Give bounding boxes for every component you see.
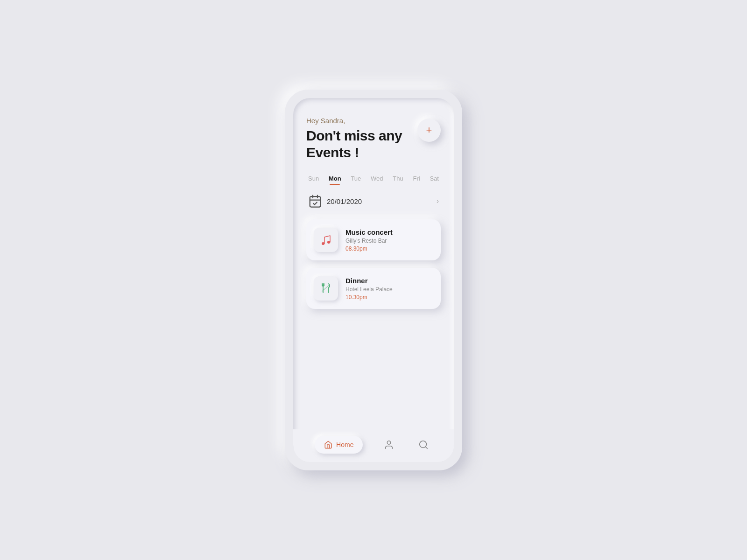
search-icon xyxy=(418,440,429,450)
tab-mon[interactable]: Mon xyxy=(329,175,341,185)
nav-profile-button[interactable] xyxy=(380,436,398,454)
selected-date: 20/01/2020 xyxy=(327,197,362,205)
plus-icon: + xyxy=(426,125,432,135)
nav-home-button[interactable]: Home xyxy=(315,436,363,454)
main-content: Hey Sandra, Don't miss any Events ! + Su… xyxy=(293,98,454,429)
headline-line2: Events ! xyxy=(306,145,359,160)
event-card-music[interactable]: Music concert Gilly's Resto Bar 08.30pm xyxy=(306,219,441,260)
calendar-icon xyxy=(308,194,322,208)
event-info-music: Music concert Gilly's Resto Bar 08.30pm xyxy=(345,228,393,252)
events-list: Music concert Gilly's Resto Bar 08.30pm xyxy=(306,219,441,420)
tab-sat[interactable]: Sat xyxy=(430,175,439,185)
date-left: 20/01/2020 xyxy=(308,194,362,208)
phone-screen: Hey Sandra, Don't miss any Events ! + Su… xyxy=(293,98,454,462)
event-location-music: Gilly's Resto Bar xyxy=(345,238,393,244)
event-location-dinner: Hotel Leela Palace xyxy=(345,286,393,293)
bottom-nav: Home xyxy=(293,429,454,462)
add-event-button[interactable]: + xyxy=(417,119,441,142)
phone-device: Hey Sandra, Don't miss any Events ! + Su… xyxy=(285,90,462,470)
tab-fri[interactable]: Fri xyxy=(413,175,420,185)
event-title-dinner: Dinner xyxy=(345,277,393,285)
greeting-text: Hey Sandra, xyxy=(306,117,402,125)
svg-point-5 xyxy=(327,241,330,244)
chevron-right-icon[interactable]: › xyxy=(437,197,439,205)
profile-icon xyxy=(384,440,394,450)
event-icon-music-wrap xyxy=(314,228,338,252)
tab-sun[interactable]: Sun xyxy=(308,175,319,185)
fork-knife-icon xyxy=(320,282,332,294)
event-card-dinner[interactable]: Dinner Hotel Leela Palace 10.30pm xyxy=(306,268,441,309)
tab-wed[interactable]: Wed xyxy=(371,175,383,185)
event-icon-dinner-wrap xyxy=(314,276,338,301)
event-info-dinner: Dinner Hotel Leela Palace 10.30pm xyxy=(345,277,393,301)
tab-tue[interactable]: Tue xyxy=(351,175,361,185)
header: Hey Sandra, Don't miss any Events ! + xyxy=(306,117,441,161)
svg-point-4 xyxy=(322,242,324,245)
event-title-music: Music concert xyxy=(345,228,393,236)
tab-thu[interactable]: Thu xyxy=(393,175,403,185)
svg-rect-0 xyxy=(310,196,321,207)
date-row: 20/01/2020 › xyxy=(306,194,441,208)
svg-line-13 xyxy=(425,447,427,448)
event-time-music: 08.30pm xyxy=(345,245,393,252)
event-time-dinner: 10.30pm xyxy=(345,294,393,301)
headline-line1: Don't miss any xyxy=(306,128,402,143)
nav-home-label: Home xyxy=(336,441,353,448)
header-text: Hey Sandra, Don't miss any Events ! xyxy=(306,117,402,161)
nav-search-button[interactable] xyxy=(415,436,432,454)
svg-point-11 xyxy=(387,441,390,444)
day-tabs: Sun Mon Tue Wed Thu Fri Sat xyxy=(306,175,441,185)
home-icon xyxy=(324,441,332,449)
music-note-icon xyxy=(320,233,331,246)
headline: Don't miss any Events ! xyxy=(306,127,402,161)
